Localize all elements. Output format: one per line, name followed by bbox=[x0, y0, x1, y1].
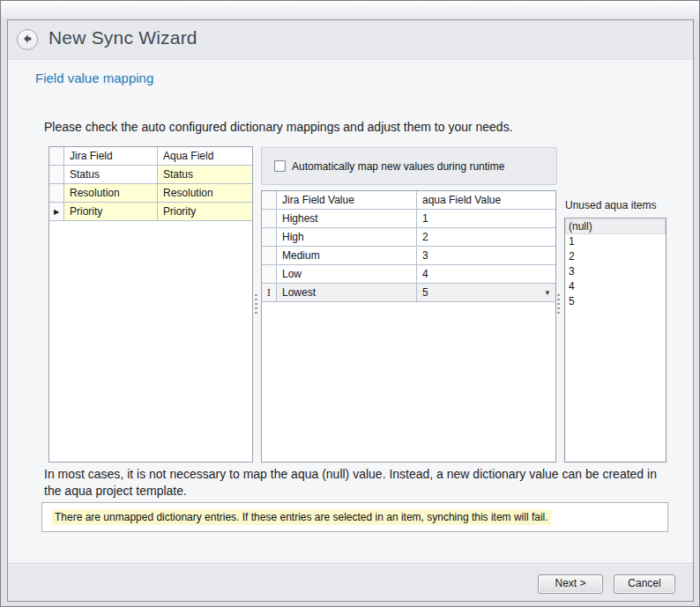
cell-jira-value[interactable]: Lowest bbox=[277, 284, 417, 302]
cancel-button[interactable]: Cancel bbox=[614, 574, 675, 594]
cell-aqua-field[interactable]: Resolution bbox=[158, 184, 252, 203]
auto-map-checkbox[interactable] bbox=[274, 160, 286, 172]
list-item[interactable]: 1 bbox=[565, 234, 666, 249]
row-selector-header[interactable] bbox=[262, 191, 277, 210]
cell-aqua-value-combobox[interactable]: 5 ▼ bbox=[417, 284, 555, 302]
column-header-aqua-field-value[interactable]: aqua Field Value bbox=[417, 191, 555, 210]
page-title: Field value mapping bbox=[35, 70, 153, 85]
cell-jira-field[interactable]: Resolution bbox=[64, 184, 158, 203]
row-selector[interactable] bbox=[262, 228, 277, 247]
row-selector[interactable]: ▶ bbox=[49, 203, 64, 221]
row-selector[interactable] bbox=[49, 184, 64, 203]
instruction-text: Please check the auto configured diction… bbox=[44, 120, 513, 134]
table-row-selected: I Lowest 5 ▼ bbox=[262, 284, 555, 302]
table-row: Low 4 bbox=[262, 265, 555, 284]
row-selector[interactable] bbox=[262, 210, 277, 228]
cell-jira-value[interactable]: Medium bbox=[277, 247, 417, 265]
back-arrow-icon bbox=[22, 32, 33, 48]
hint-text: In most cases, it is not necessary to ma… bbox=[44, 466, 674, 500]
cell-aqua-value[interactable]: 3 bbox=[417, 247, 555, 265]
splitter-grip-left[interactable] bbox=[255, 294, 257, 316]
row-selector[interactable] bbox=[49, 166, 64, 184]
unused-items-label: Unused aqua items bbox=[565, 199, 656, 211]
auto-map-panel[interactable]: Automatically map new values during runt… bbox=[261, 147, 557, 185]
list-item[interactable]: 4 bbox=[565, 279, 666, 294]
cell-aqua-value-text: 5 bbox=[422, 286, 428, 299]
list-item[interactable]: 2 bbox=[565, 249, 666, 264]
wizard-footer: Next > Cancel bbox=[8, 563, 693, 601]
table-row-current: ▶ Priority Priority bbox=[49, 203, 252, 221]
field-mapping-table: Jira Field Aqua Field Status Status Reso… bbox=[48, 146, 253, 463]
cell-jira-value[interactable]: Highest bbox=[277, 210, 417, 228]
splitter-grip-right[interactable] bbox=[557, 294, 560, 316]
list-item[interactable]: 5 bbox=[565, 294, 666, 309]
list-item[interactable]: (null) bbox=[565, 219, 666, 234]
column-header-aqua-field[interactable]: Aqua Field bbox=[158, 147, 252, 166]
row-selector[interactable] bbox=[262, 265, 277, 284]
wizard-header: New Sync Wizard bbox=[8, 20, 693, 60]
back-button[interactable] bbox=[17, 29, 38, 50]
current-row-icon: ▶ bbox=[54, 208, 59, 216]
table-header-row: Jira Field Value aqua Field Value bbox=[262, 191, 555, 210]
cell-aqua-value[interactable]: 1 bbox=[417, 210, 555, 228]
cell-aqua-field[interactable]: Status bbox=[158, 166, 252, 184]
cell-aqua-value[interactable]: 2 bbox=[417, 228, 555, 247]
cell-jira-field[interactable]: Status bbox=[64, 166, 158, 184]
auto-map-checkbox-label: Automatically map new values during runt… bbox=[292, 160, 504, 173]
table-row: Medium 3 bbox=[262, 247, 555, 265]
cell-aqua-value[interactable]: 4 bbox=[417, 265, 555, 284]
warning-box: There are unmapped dictionary entries. I… bbox=[41, 502, 668, 532]
cell-jira-value[interactable]: Low bbox=[277, 265, 417, 284]
table-row: Status Status bbox=[49, 166, 252, 184]
wizard-title: New Sync Wizard bbox=[48, 27, 197, 48]
combobox-dropdown-icon[interactable]: ▼ bbox=[544, 289, 551, 297]
column-header-jira-field-value[interactable]: Jira Field Value bbox=[277, 191, 417, 210]
next-button[interactable]: Next > bbox=[538, 574, 603, 594]
column-header-jira-field[interactable]: Jira Field bbox=[64, 147, 158, 166]
cell-jira-field[interactable]: Priority bbox=[64, 203, 158, 221]
new-sync-wizard-dialog: New Sync Wizard Field value mapping Plea… bbox=[7, 19, 694, 602]
table-row: High 2 bbox=[262, 228, 555, 247]
cell-aqua-field[interactable]: Priority bbox=[158, 203, 252, 221]
list-item[interactable]: 3 bbox=[565, 264, 666, 279]
row-selector[interactable] bbox=[262, 247, 277, 265]
cell-jira-value[interactable]: High bbox=[277, 228, 417, 247]
table-header-row: Jira Field Aqua Field bbox=[49, 147, 252, 166]
table-row: Resolution Resolution bbox=[49, 184, 252, 203]
table-row: Highest 1 bbox=[262, 210, 555, 228]
warning-text: There are unmapped dictionary entries. I… bbox=[52, 509, 551, 525]
edit-cursor-icon: I bbox=[267, 287, 271, 299]
value-mapping-table: Jira Field Value aqua Field Value Highes… bbox=[261, 190, 556, 463]
row-selector-header[interactable] bbox=[49, 147, 64, 166]
unused-items-listbox: (null) 1 2 3 4 5 bbox=[564, 218, 666, 463]
row-selector-editing[interactable]: I bbox=[262, 284, 277, 302]
window-titlebar bbox=[1, 1, 699, 19]
